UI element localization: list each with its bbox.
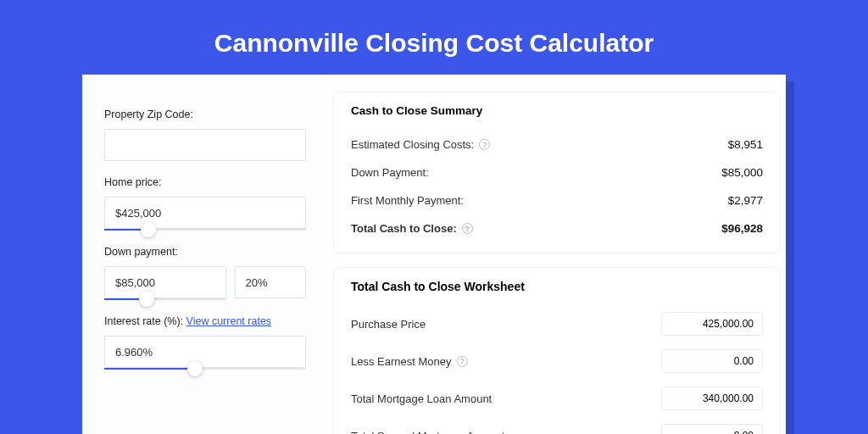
interest-rate-field: Interest rate (%): View current rates (104, 315, 306, 370)
home-price-field: Home price: (104, 176, 306, 231)
down-payment-input[interactable] (104, 266, 226, 298)
zip-input[interactable] (104, 129, 306, 161)
down-payment-slider[interactable] (104, 298, 226, 300)
total-value: $96,928 (721, 222, 763, 235)
ws-label-0: Purchase Price (351, 318, 426, 331)
down-label: Down Payment: (351, 166, 429, 179)
first-monthly-value: $2,977 (728, 194, 763, 207)
interest-slider-knob[interactable] (187, 361, 203, 376)
worksheet-block: Total Cash to Close Worksheet Purchase P… (333, 267, 781, 434)
interest-label: Interest rate (%): (104, 315, 183, 327)
home-price-input[interactable] (104, 197, 306, 229)
home-price-slider[interactable] (104, 229, 306, 231)
home-price-slider-knob[interactable] (141, 222, 156, 237)
zip-label: Property Zip Code: (104, 108, 306, 120)
page-title: Cannonville Closing Cost Calculator (0, 0, 868, 75)
ws-label-2: Total Mortgage Loan Amount (351, 392, 492, 405)
ws-label-3: Total Second Mortgage Amount (351, 430, 504, 435)
summary-title: Cash to Close Summary (351, 104, 763, 117)
interest-slider[interactable] (104, 368, 306, 370)
calculator-shell: Property Zip Code: Home price: (82, 75, 786, 434)
help-icon[interactable]: ? (457, 356, 468, 367)
zip-field: Property Zip Code: (104, 108, 306, 161)
interest-label-row: Interest rate (%): View current rates (104, 315, 306, 327)
summary-row-total: Total Cash to Close: ? $96,928 (351, 214, 763, 242)
estimated-value: $8,951 (728, 138, 763, 151)
ws-input-2[interactable] (661, 387, 763, 410)
total-label: Total Cash to Close: (351, 222, 457, 235)
worksheet-row: Total Second Mortgage Amount (351, 417, 763, 434)
ws-input-1[interactable] (661, 349, 763, 373)
interest-input[interactable] (104, 336, 306, 368)
down-payment-pct-input[interactable] (235, 266, 306, 298)
down-payment-slider-knob[interactable] (139, 292, 154, 307)
summary-row-down: Down Payment: $85,000 (351, 159, 763, 186)
estimated-label: Estimated Closing Costs: (351, 138, 474, 151)
worksheet-title: Total Cash to Close Worksheet (351, 280, 763, 293)
help-icon[interactable]: ? (479, 139, 490, 150)
worksheet-row: Less Earnest Money ? (351, 342, 763, 380)
inputs-panel: Property Zip Code: Home price: (82, 75, 328, 434)
down-payment-label: Down payment: (104, 246, 306, 258)
help-icon[interactable]: ? (462, 223, 473, 234)
down-value: $85,000 (721, 166, 763, 179)
first-monthly-label: First Monthly Payment: (351, 194, 464, 207)
worksheet-row: Purchase Price (351, 305, 763, 342)
calculator-card: Property Zip Code: Home price: (82, 75, 786, 434)
down-payment-field: Down payment: (104, 246, 306, 300)
page-root: Cannonville Closing Cost Calculator Prop… (0, 0, 868, 434)
home-price-label: Home price: (104, 176, 306, 188)
results-panel: Cash to Close Summary Estimated Closing … (328, 75, 786, 434)
ws-input-0[interactable] (661, 312, 763, 336)
ws-input-3[interactable] (661, 424, 763, 434)
summary-row-estimated: Estimated Closing Costs: ? $8,951 (351, 131, 763, 159)
summary-row-first-monthly: First Monthly Payment: $2,977 (351, 186, 763, 214)
summary-block: Cash to Close Summary Estimated Closing … (333, 92, 781, 253)
worksheet-row: Total Mortgage Loan Amount (351, 380, 763, 417)
view-rates-link[interactable]: View current rates (186, 315, 272, 327)
ws-label-1: Less Earnest Money (351, 355, 452, 368)
